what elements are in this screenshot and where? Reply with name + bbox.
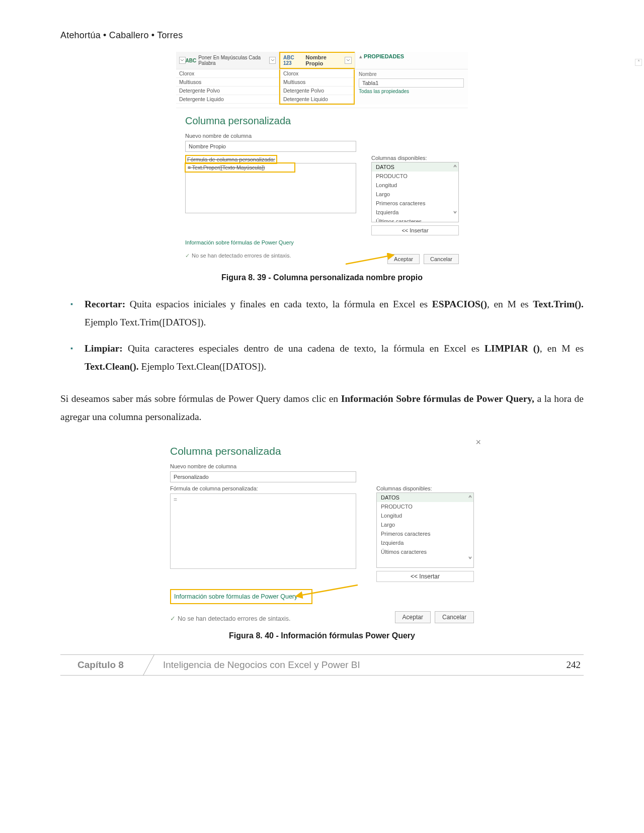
- list-item[interactable]: Izquierda: [377, 538, 473, 547]
- all-properties-link[interactable]: Todas las propiedades: [359, 89, 464, 94]
- list-item[interactable]: DATOS: [372, 162, 458, 172]
- filter-dropdown-icon[interactable]: [269, 57, 276, 64]
- list-item[interactable]: PRODUCTO: [372, 172, 458, 181]
- scroll-down-icon[interactable]: ˅: [453, 210, 457, 221]
- list-item[interactable]: Izquierda: [372, 208, 458, 217]
- running-head: Atehortúa • Caballero • Torres: [60, 30, 584, 41]
- name-label: Nombre: [359, 71, 464, 77]
- figure-8-40: × Columna personalizada Nuevo nombre de …: [161, 440, 483, 627]
- grid-cell[interactable]: Detergente Polvo: [280, 87, 354, 95]
- dialog-title: Columna personalizada: [170, 445, 474, 457]
- type-dropdown-icon[interactable]: [179, 57, 186, 64]
- list-item[interactable]: Primeros caracteres: [372, 199, 458, 208]
- available-columns-list[interactable]: DATOS PRODUCTO Longitud Largo Primeros c…: [371, 162, 459, 222]
- cancel-button[interactable]: Cancelar: [424, 254, 459, 264]
- arrow-annotation-icon: [292, 581, 363, 599]
- grid-cell[interactable]: Detergente Liquido: [280, 95, 354, 104]
- scroll-up-icon[interactable]: ˄: [635, 59, 642, 66]
- type-any-icon: ABC 123: [283, 55, 303, 66]
- name-input[interactable]: Tabla1: [359, 78, 464, 88]
- grid-cell[interactable]: Multiusos: [176, 78, 279, 87]
- new-column-label: Nuevo nombre de columna: [185, 133, 459, 139]
- available-columns-list[interactable]: DATOS PRODUCTO Longitud Largo Primeros c…: [376, 492, 474, 568]
- list-item[interactable]: PRODUCTO: [377, 502, 473, 511]
- scroll-down-icon[interactable]: ˅: [468, 555, 472, 566]
- check-icon: ✓: [185, 253, 190, 259]
- figure-8-39: ABC Poner En Mayúsculas Cada Palabra ABC…: [176, 52, 468, 268]
- arrow-annotation-icon: [343, 253, 398, 266]
- insert-button[interactable]: << Insertar: [371, 225, 459, 235]
- info-paragraph: Si deseamos saber más sobre fórmulas de …: [60, 390, 584, 426]
- dialog-title: Columna personalizada: [185, 115, 459, 127]
- bullet-limpiar: Limpiar: Quita caracteres especiales den…: [85, 340, 584, 376]
- footer-title: Inteligencia de Negocios con Excel y Pow…: [141, 655, 543, 675]
- footer-page-number: 242: [543, 655, 584, 675]
- list-item[interactable]: Longitud: [372, 181, 458, 190]
- pq-formulas-info-link[interactable]: Información sobre fórmulas de Power Quer…: [170, 589, 312, 604]
- new-column-input[interactable]: Personalizado: [170, 471, 356, 482]
- list-item[interactable]: Últimos caracteres: [372, 217, 458, 222]
- check-icon: ✓: [170, 615, 176, 622]
- type-text-icon: ABC: [186, 58, 197, 63]
- list-item[interactable]: Primeros caracteres: [377, 529, 473, 538]
- filter-dropdown-icon[interactable]: [345, 57, 352, 64]
- available-columns-label: Columnas disponibles:: [376, 485, 474, 491]
- close-icon[interactable]: ×: [475, 437, 481, 448]
- grid-cell[interactable]: Detergente Polvo: [176, 87, 279, 95]
- svg-line-1: [296, 585, 358, 596]
- properties-pane: ▴ PROPIEDADES: [355, 52, 468, 69]
- formula-value: = Text.Proper([Texto Mayúscula]): [185, 162, 295, 173]
- ok-button[interactable]: Aceptar: [395, 611, 431, 623]
- formula-label: Fórmula de columna personalizada:: [170, 485, 356, 491]
- column-header-1[interactable]: ABC Poner En Mayúsculas Cada Palabra: [176, 52, 279, 69]
- svg-line-0: [346, 255, 393, 264]
- scroll-up-icon[interactable]: ˄: [468, 494, 472, 505]
- column-header-1-label: Poner En Mayúsculas Cada Palabra: [198, 55, 269, 66]
- page-footer: Capítulo 8 Inteligencia de Negocios con …: [60, 654, 584, 676]
- grid-cell[interactable]: Clorox: [176, 69, 279, 78]
- new-column-label: Nuevo nombre de columna: [170, 463, 474, 469]
- list-item[interactable]: Longitud: [377, 511, 473, 520]
- scroll-up-icon[interactable]: ˄: [453, 163, 457, 175]
- pq-formulas-info-link[interactable]: Información sobre fórmulas de Power Quer…: [185, 239, 459, 245]
- list-item[interactable]: Últimos caracteres: [377, 547, 473, 556]
- figure-39-caption: Figura 8. 39 - Columna personalizada nom…: [60, 273, 584, 282]
- footer-chapter: Capítulo 8: [60, 655, 141, 675]
- custom-column-dialog: Columna personalizada Nuevo nombre de co…: [176, 108, 468, 268]
- figure-40-caption: Figura 8. 40 - Información fórmulas Powe…: [60, 631, 584, 640]
- bullet-recortar: Recortar: Quita espacios iniciales y fin…: [85, 295, 584, 331]
- grid-cell[interactable]: Detergente Liquido: [176, 95, 279, 104]
- grid-cell[interactable]: Clorox: [280, 69, 354, 78]
- list-item[interactable]: Largo: [372, 190, 458, 199]
- new-column-input[interactable]: Nombre Propio: [185, 141, 356, 152]
- column-header-2-label: Nombre Propio: [305, 54, 345, 66]
- insert-button[interactable]: << Insertar: [376, 571, 474, 582]
- formula-textarea[interactable]: = Text.Proper([Texto Mayúscula]): [185, 163, 356, 213]
- column-header-2[interactable]: ABC 123 Nombre Propio: [279, 52, 355, 69]
- list-item[interactable]: DATOS: [377, 493, 473, 502]
- properties-title[interactable]: ▴ PROPIEDADES: [359, 53, 464, 60]
- list-item[interactable]: Largo: [377, 520, 473, 529]
- formula-textarea[interactable]: =: [170, 493, 356, 569]
- syntax-status: ✓No se han detectado errores de sintaxis…: [170, 615, 290, 622]
- grid-cell[interactable]: Multiusos: [280, 78, 354, 87]
- available-columns-label: Columnas disponibles:: [371, 155, 459, 161]
- cancel-button[interactable]: Cancelar: [435, 611, 474, 623]
